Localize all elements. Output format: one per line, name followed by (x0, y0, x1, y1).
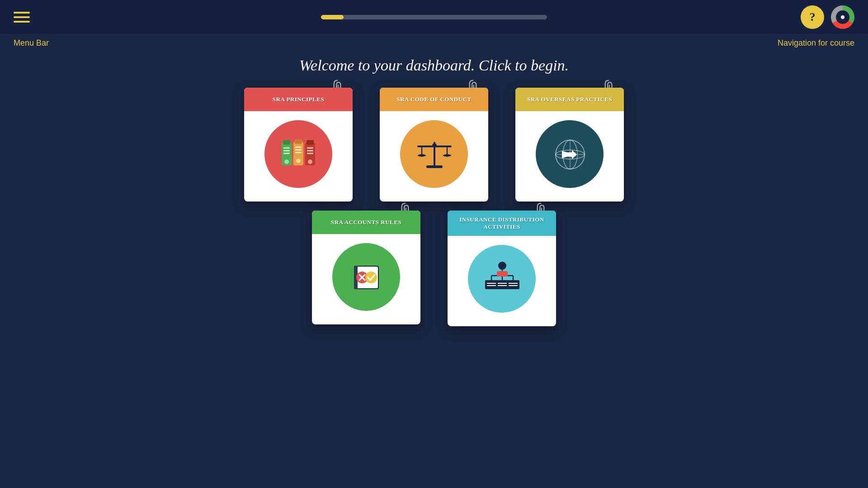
binders-icon (278, 134, 319, 174)
svg-point-41 (498, 262, 506, 270)
top-right-controls: ? (801, 5, 854, 29)
card-body-insurance (448, 236, 556, 317)
svg-marker-31 (575, 152, 576, 157)
card-title-sra-principles: SRA Principles (273, 96, 324, 103)
card-sra-overseas-practices[interactable]: SRA Overseas Practices (515, 88, 624, 202)
help-button[interactable]: ? (801, 5, 824, 29)
svg-rect-50 (507, 280, 519, 289)
svg-rect-16 (307, 153, 313, 154)
book-checks-icon (345, 256, 388, 299)
scales-icon (413, 133, 456, 176)
card-header-code-of-conduct: SRA Code of Conduct (380, 88, 488, 111)
svg-rect-3 (283, 150, 290, 151)
card-header-overseas-practices: SRA Overseas Practices (515, 88, 624, 111)
svg-point-11 (296, 159, 301, 163)
cards-row-2: SRA Accounts Rules (312, 211, 556, 326)
card-circle-accounts-rules (332, 243, 400, 311)
subtitle-row: Menu Bar Navigation for course (0, 34, 868, 48)
svg-rect-13 (307, 140, 314, 145)
card-sra-principles[interactable]: SRA Principles (244, 88, 353, 202)
svg-point-40 (365, 272, 377, 283)
svg-rect-49 (496, 280, 509, 289)
svg-rect-2 (283, 147, 290, 149)
card-body-code-of-conduct (380, 111, 488, 192)
card-title-accounts-rules: SRA Accounts Rules (331, 219, 401, 226)
svg-rect-48 (485, 280, 498, 289)
card-header-accounts-rules: SRA Accounts Rules (312, 211, 420, 234)
card-header-insurance: Insurance Distribution Activities (448, 211, 556, 236)
card-circle-code-of-conduct (400, 120, 468, 188)
svg-rect-47 (497, 271, 508, 277)
org-chart-icon (481, 258, 524, 300)
welcome-text: Welcome to your dashboard. Click to begi… (0, 57, 868, 74)
svg-rect-4 (283, 153, 290, 154)
progress-bar (321, 15, 547, 19)
svg-rect-1 (283, 140, 290, 145)
nav-progress-circle[interactable] (831, 5, 854, 29)
menu-button[interactable] (14, 12, 30, 23)
svg-marker-30 (562, 151, 570, 158)
globe-plane-icon (548, 133, 591, 176)
card-insurance-distribution[interactable]: Insurance Distribution Activities (448, 211, 556, 326)
svg-rect-9 (295, 149, 302, 150)
svg-point-23 (432, 143, 437, 148)
svg-rect-8 (295, 146, 302, 148)
svg-rect-19 (426, 165, 443, 168)
svg-rect-14 (307, 147, 313, 149)
card-title-code-of-conduct: SRA Code of Conduct (396, 96, 471, 103)
cards-row-1: SRA Principles (244, 88, 624, 202)
svg-rect-15 (307, 150, 313, 151)
nav-circle-dot (841, 15, 844, 19)
nav-course-label[interactable]: Navigation for course (778, 38, 854, 48)
card-body-sra-principles (244, 111, 353, 192)
card-body-accounts-rules (312, 234, 420, 315)
card-title-overseas-practices: SRA Overseas Practices (527, 96, 612, 103)
menu-bar-label[interactable]: Menu Bar (14, 38, 49, 48)
svg-point-5 (284, 160, 289, 164)
card-sra-accounts-rules[interactable]: SRA Accounts Rules (312, 211, 420, 324)
card-circle-sra-principles (264, 120, 332, 188)
svg-rect-10 (295, 152, 302, 153)
card-circle-overseas-practices (536, 120, 604, 188)
card-title-insurance: Insurance Distribution Activities (454, 216, 549, 230)
card-sra-code-of-conduct[interactable]: SRA Code of Conduct (380, 88, 488, 202)
nav-circle-inner (836, 10, 849, 24)
card-body-overseas-practices (515, 111, 624, 192)
cards-container: SRA Principles (0, 88, 868, 326)
svg-rect-7 (295, 139, 302, 144)
top-bar: ? (0, 0, 868, 34)
progress-fill (321, 15, 344, 19)
card-circle-insurance (468, 245, 536, 313)
card-header-sra-principles: SRA Principles (244, 88, 353, 111)
svg-point-17 (308, 160, 312, 164)
